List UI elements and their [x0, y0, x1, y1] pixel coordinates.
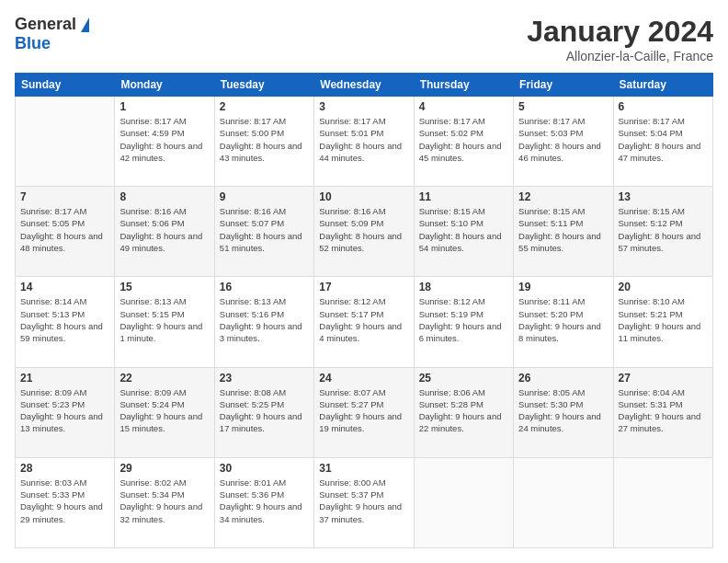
- calendar-day-cell: 22Sunrise: 8:09 AMSunset: 5:24 PMDayligh…: [115, 367, 214, 457]
- calendar-day-cell: 28Sunrise: 8:03 AMSunset: 5:33 PMDayligh…: [16, 457, 115, 547]
- calendar-header-sunday: Sunday: [16, 74, 115, 97]
- day-info: Sunrise: 8:15 AMSunset: 5:10 PMDaylight:…: [419, 205, 508, 254]
- day-info: Sunrise: 8:00 AMSunset: 5:37 PMDaylight:…: [319, 477, 408, 525]
- day-number: 10: [319, 190, 408, 203]
- day-info: Sunrise: 8:17 AMSunset: 5:01 PMDaylight:…: [319, 115, 408, 164]
- day-info: Sunrise: 8:16 AMSunset: 5:07 PMDaylight:…: [220, 205, 309, 254]
- day-info: Sunrise: 8:02 AMSunset: 5:34 PMDaylight:…: [119, 477, 209, 525]
- calendar-day-cell: 26Sunrise: 8:05 AMSunset: 5:30 PMDayligh…: [514, 367, 613, 457]
- day-number: 13: [619, 190, 708, 203]
- calendar-day-cell: [514, 457, 613, 547]
- day-number: 8: [119, 190, 209, 203]
- day-info: Sunrise: 8:17 AMSunset: 5:02 PMDaylight:…: [419, 115, 508, 164]
- day-info: Sunrise: 8:17 AMSunset: 5:05 PMDaylight:…: [20, 205, 109, 254]
- calendar-day-cell: 23Sunrise: 8:08 AMSunset: 5:25 PMDayligh…: [214, 367, 313, 457]
- calendar-day-cell: 9Sunrise: 8:16 AMSunset: 5:07 PMDaylight…: [214, 187, 313, 277]
- day-number: 17: [319, 281, 408, 293]
- calendar-day-cell: 30Sunrise: 8:01 AMSunset: 5:36 PMDayligh…: [214, 457, 313, 547]
- calendar-day-cell: 14Sunrise: 8:14 AMSunset: 5:13 PMDayligh…: [16, 277, 115, 367]
- calendar-day-cell: 13Sunrise: 8:15 AMSunset: 5:12 PMDayligh…: [613, 187, 712, 277]
- calendar-header-row: SundayMondayTuesdayWednesdayThursdayFrid…: [16, 74, 713, 97]
- day-info: Sunrise: 8:12 AMSunset: 5:17 PMDaylight:…: [319, 295, 408, 344]
- calendar-header-monday: Monday: [115, 74, 214, 97]
- header: General Blue January 2024 Allonzier-la-C…: [15, 15, 713, 63]
- day-number: 21: [20, 372, 109, 385]
- day-number: 30: [220, 462, 309, 475]
- day-number: 29: [119, 462, 209, 475]
- day-info: Sunrise: 8:17 AMSunset: 5:03 PMDaylight:…: [518, 115, 608, 164]
- day-info: Sunrise: 8:04 AMSunset: 5:31 PMDaylight:…: [619, 386, 708, 435]
- calendar-day-cell: 7Sunrise: 8:17 AMSunset: 5:05 PMDaylight…: [16, 187, 115, 277]
- day-number: 22: [119, 372, 209, 385]
- day-info: Sunrise: 8:09 AMSunset: 5:24 PMDaylight:…: [119, 386, 209, 435]
- day-info: Sunrise: 8:17 AMSunset: 5:00 PMDaylight:…: [220, 115, 309, 164]
- day-number: 28: [20, 462, 109, 475]
- day-info: Sunrise: 8:03 AMSunset: 5:33 PMDaylight:…: [20, 477, 109, 525]
- day-number: 11: [419, 190, 508, 203]
- day-number: 27: [619, 372, 708, 385]
- day-info: Sunrise: 8:12 AMSunset: 5:19 PMDaylight:…: [419, 295, 508, 344]
- calendar-header-wednesday: Wednesday: [314, 74, 414, 97]
- day-info: Sunrise: 8:15 AMSunset: 5:12 PMDaylight:…: [619, 205, 708, 254]
- day-info: Sunrise: 8:01 AMSunset: 5:36 PMDaylight:…: [220, 477, 309, 525]
- day-info: Sunrise: 8:11 AMSunset: 5:20 PMDaylight:…: [518, 295, 608, 344]
- day-number: 23: [220, 372, 309, 385]
- calendar-day-cell: 2Sunrise: 8:17 AMSunset: 5:00 PMDaylight…: [214, 97, 313, 187]
- day-number: 19: [518, 281, 608, 293]
- calendar-day-cell: 17Sunrise: 8:12 AMSunset: 5:17 PMDayligh…: [314, 277, 414, 367]
- day-number: 31: [319, 462, 408, 475]
- month-title: January 2024: [527, 15, 713, 49]
- day-info: Sunrise: 8:13 AMSunset: 5:16 PMDaylight:…: [220, 295, 309, 344]
- calendar-day-cell: 24Sunrise: 8:07 AMSunset: 5:27 PMDayligh…: [314, 367, 414, 457]
- calendar-day-cell: 25Sunrise: 8:06 AMSunset: 5:28 PMDayligh…: [414, 367, 513, 457]
- day-info: Sunrise: 8:17 AMSunset: 4:59 PMDaylight:…: [119, 115, 209, 164]
- calendar-day-cell: [16, 97, 115, 187]
- day-number: 9: [220, 190, 309, 203]
- day-number: 26: [518, 372, 608, 385]
- calendar-day-cell: 19Sunrise: 8:11 AMSunset: 5:20 PMDayligh…: [514, 277, 613, 367]
- calendar-day-cell: 29Sunrise: 8:02 AMSunset: 5:34 PMDayligh…: [115, 457, 214, 547]
- calendar-day-cell: 5Sunrise: 8:17 AMSunset: 5:03 PMDaylight…: [514, 97, 613, 187]
- calendar-week-row: 7Sunrise: 8:17 AMSunset: 5:05 PMDaylight…: [16, 187, 713, 277]
- calendar-table: SundayMondayTuesdayWednesdayThursdayFrid…: [15, 73, 713, 548]
- calendar-day-cell: 21Sunrise: 8:09 AMSunset: 5:23 PMDayligh…: [16, 367, 115, 457]
- day-number: 15: [119, 281, 209, 293]
- title-block: January 2024 Allonzier-la-Caille, France: [527, 15, 713, 63]
- day-number: 20: [619, 281, 708, 293]
- calendar-day-cell: 8Sunrise: 8:16 AMSunset: 5:06 PMDaylight…: [115, 187, 214, 277]
- day-number: 1: [119, 100, 209, 113]
- calendar-day-cell: 10Sunrise: 8:16 AMSunset: 5:09 PMDayligh…: [314, 187, 414, 277]
- calendar-header-tuesday: Tuesday: [214, 74, 313, 97]
- day-info: Sunrise: 8:08 AMSunset: 5:25 PMDaylight:…: [220, 386, 309, 435]
- logo: General Blue: [15, 15, 89, 53]
- day-number: 5: [518, 100, 608, 113]
- calendar-week-row: 28Sunrise: 8:03 AMSunset: 5:33 PMDayligh…: [16, 457, 713, 547]
- calendar-day-cell: 20Sunrise: 8:10 AMSunset: 5:21 PMDayligh…: [613, 277, 712, 367]
- calendar-day-cell: 11Sunrise: 8:15 AMSunset: 5:10 PMDayligh…: [414, 187, 513, 277]
- calendar-day-cell: 6Sunrise: 8:17 AMSunset: 5:04 PMDaylight…: [613, 97, 712, 187]
- day-number: 16: [220, 281, 309, 293]
- day-info: Sunrise: 8:14 AMSunset: 5:13 PMDaylight:…: [20, 295, 109, 344]
- day-info: Sunrise: 8:10 AMSunset: 5:21 PMDaylight:…: [619, 295, 708, 344]
- day-number: 3: [319, 100, 408, 113]
- calendar-header-thursday: Thursday: [414, 74, 513, 97]
- day-info: Sunrise: 8:09 AMSunset: 5:23 PMDaylight:…: [20, 386, 109, 435]
- day-info: Sunrise: 8:06 AMSunset: 5:28 PMDaylight:…: [419, 386, 508, 435]
- calendar-day-cell: [613, 457, 712, 547]
- calendar-day-cell: 18Sunrise: 8:12 AMSunset: 5:19 PMDayligh…: [414, 277, 513, 367]
- day-number: 4: [419, 100, 508, 113]
- calendar-day-cell: 4Sunrise: 8:17 AMSunset: 5:02 PMDaylight…: [414, 97, 513, 187]
- day-info: Sunrise: 8:17 AMSunset: 5:04 PMDaylight:…: [619, 115, 708, 164]
- day-info: Sunrise: 8:05 AMSunset: 5:30 PMDaylight:…: [518, 386, 608, 435]
- calendar-week-row: 1Sunrise: 8:17 AMSunset: 4:59 PMDaylight…: [16, 97, 713, 187]
- calendar-day-cell: 31Sunrise: 8:00 AMSunset: 5:37 PMDayligh…: [314, 457, 414, 547]
- day-number: 2: [220, 100, 309, 113]
- calendar-day-cell: 15Sunrise: 8:13 AMSunset: 5:15 PMDayligh…: [115, 277, 214, 367]
- day-number: 24: [319, 372, 408, 385]
- day-number: 25: [419, 372, 508, 385]
- calendar-header-friday: Friday: [514, 74, 613, 97]
- day-number: 18: [419, 281, 508, 293]
- page: General Blue January 2024 Allonzier-la-C…: [0, 0, 728, 563]
- calendar-week-row: 21Sunrise: 8:09 AMSunset: 5:23 PMDayligh…: [16, 367, 713, 457]
- logo-triangle-icon: [81, 17, 89, 32]
